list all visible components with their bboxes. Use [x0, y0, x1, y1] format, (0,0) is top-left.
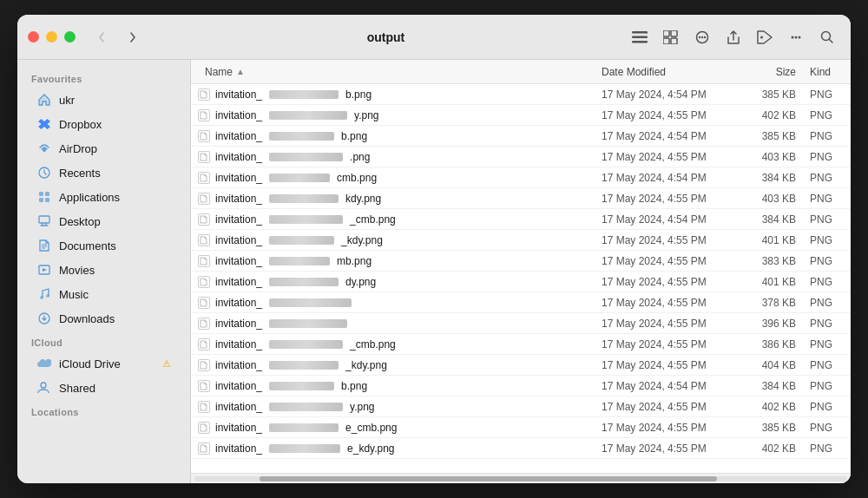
sidebar-item-recents[interactable]: Recents — [23, 161, 185, 185]
share-button[interactable] — [720, 25, 746, 49]
file-icon — [198, 88, 210, 101]
file-row-size: 401 KB — [733, 234, 803, 246]
file-row-modified: 17 May 2024, 4:55 PM — [595, 151, 733, 163]
file-icon — [198, 442, 210, 455]
file-row-modified: 17 May 2024, 4:55 PM — [595, 442, 733, 455]
back-button[interactable] — [89, 25, 114, 49]
shared-icon — [36, 380, 52, 396]
sidebar-item-downloads[interactable]: Downloads — [23, 306, 185, 331]
warning-icon: ⚠ — [162, 358, 171, 370]
table-row[interactable]: invitation_ dy.png 17 May 2024, 4:55 PM … — [191, 272, 851, 292]
table-row[interactable]: invitation_ _kdy.png 17 May 2024, 4:55 P… — [191, 355, 851, 376]
file-icon — [198, 130, 210, 142]
file-icon — [198, 151, 210, 163]
more-button[interactable] — [783, 25, 809, 49]
table-row[interactable]: invitation_ _cmb.png 17 May 2024, 4:55 P… — [191, 334, 851, 355]
file-name-blurred — [269, 257, 330, 265]
file-name-prefix: invitation_ — [215, 172, 262, 184]
file-name-blurred — [269, 340, 343, 349]
sidebar-item-shared[interactable]: Shared — [23, 376, 185, 400]
action-button[interactable] — [689, 25, 715, 49]
table-row[interactable]: invitation_ _cmb.png 17 May 2024, 4:54 P… — [191, 209, 851, 230]
file-row-modified: 17 May 2024, 4:55 PM — [595, 318, 733, 330]
file-row-name: invitation_ _kdy.png — [191, 359, 595, 371]
sidebar-item-icloud-drive[interactable]: iCloud Drive ⚠ — [23, 351, 185, 376]
file-name-blurred — [269, 361, 339, 370]
table-row[interactable]: invitation_ 17 May 2024, 4:55 PM 378 KB … — [191, 292, 851, 313]
file-name-blurred — [269, 132, 334, 141]
table-row[interactable]: invitation_ b.png 17 May 2024, 4:54 PM 3… — [191, 126, 851, 147]
table-row[interactable]: invitation_ kdy.png 17 May 2024, 4:55 PM… — [191, 188, 851, 209]
maximize-button[interactable] — [64, 31, 76, 43]
file-row-size: 402 KB — [733, 442, 803, 455]
table-row[interactable]: invitation_ e_kdy.png 17 May 2024, 4:55 … — [191, 438, 851, 459]
file-name-suffix: b.png — [345, 88, 372, 101]
sidebar-item-movies[interactable]: Movies — [23, 258, 185, 282]
search-button[interactable] — [814, 25, 840, 49]
window-title: output — [152, 30, 620, 44]
sidebar-item-music[interactable]: Music — [23, 282, 185, 306]
scrollbar-thumb[interactable] — [260, 476, 716, 482]
file-row-size: 383 KB — [733, 255, 803, 267]
view-grid-button[interactable] — [658, 25, 684, 49]
file-row-size: 403 KB — [733, 193, 803, 205]
file-row-modified: 17 May 2024, 4:54 PM — [595, 130, 733, 142]
sidebar-item-airdrop[interactable]: AirDrop — [23, 136, 185, 161]
table-row[interactable]: invitation_ _kdy.png 17 May 2024, 4:55 P… — [191, 230, 851, 251]
svg-point-24 — [40, 296, 43, 299]
sidebar-item-documents[interactable]: Documents — [23, 233, 185, 258]
file-row-name: invitation_ e_kdy.png — [191, 442, 595, 455]
sidebar-item-dropbox[interactable]: Dropbox — [23, 112, 185, 136]
file-row-modified: 17 May 2024, 4:54 PM — [595, 380, 733, 392]
sidebar-item-label: Dropbox — [59, 118, 102, 131]
table-row[interactable]: invitation_ b.png 17 May 2024, 4:54 PM 3… — [191, 84, 851, 105]
file-row-name: invitation_ mb.png — [191, 255, 595, 267]
table-row[interactable]: invitation_ y.png 17 May 2024, 4:55 PM 4… — [191, 105, 851, 126]
file-name-suffix: y.png — [354, 109, 378, 121]
file-row-kind: PNG — [803, 151, 851, 163]
tag-button[interactable] — [752, 25, 778, 49]
sidebar-item-applications[interactable]: Applications — [23, 185, 185, 209]
favourites-label: Favourites — [17, 67, 190, 88]
table-row[interactable]: invitation_ cmb.png 17 May 2024, 4:54 PM… — [191, 167, 851, 188]
close-button[interactable] — [28, 31, 39, 43]
file-row-size: 396 KB — [733, 318, 803, 330]
main-content: Favourites ukr Dropbox — [17, 60, 851, 483]
file-list: invitation_ b.png 17 May 2024, 4:54 PM 3… — [191, 84, 851, 473]
file-name-suffix: _kdy.png — [341, 234, 383, 246]
col-size-header[interactable]: Size — [733, 66, 803, 78]
finder-window: output — [17, 15, 851, 483]
svg-point-13 — [795, 36, 798, 38]
table-row[interactable]: invitation_ y.png 17 May 2024, 4:55 PM 4… — [191, 396, 851, 417]
file-row-size: 385 KB — [733, 130, 803, 142]
col-name-header[interactable]: Name ▲ — [191, 66, 595, 78]
svg-rect-21 — [45, 198, 49, 202]
col-kind-header[interactable]: Kind — [803, 66, 851, 78]
file-name-prefix: invitation_ — [215, 109, 262, 121]
file-row-name: invitation_ e_cmb.png — [191, 422, 595, 434]
horizontal-scrollbar[interactable] — [191, 473, 851, 483]
file-name-prefix: invitation_ — [215, 442, 262, 455]
dropbox-icon — [36, 116, 52, 132]
table-row[interactable]: invitation_ b.png 17 May 2024, 4:54 PM 3… — [191, 376, 851, 396]
view-list-button[interactable] — [627, 25, 653, 49]
file-name-blurred — [269, 403, 343, 411]
icloud-icon — [36, 356, 52, 371]
table-row[interactable]: invitation_ 17 May 2024, 4:55 PM 396 KB … — [191, 313, 851, 334]
minimize-button[interactable] — [46, 31, 57, 43]
sidebar-item-desktop[interactable]: Desktop — [23, 209, 185, 233]
applications-icon — [36, 189, 52, 205]
file-name-blurred — [269, 111, 347, 120]
svg-rect-5 — [663, 38, 669, 44]
sidebar-item-ukr[interactable]: ukr — [23, 88, 185, 112]
col-modified-header[interactable]: Date Modified — [595, 66, 733, 78]
file-name-blurred — [269, 382, 334, 390]
table-row[interactable]: invitation_ mb.png 17 May 2024, 4:55 PM … — [191, 251, 851, 272]
forward-button[interactable] — [121, 25, 145, 49]
file-row-size: 384 KB — [733, 172, 803, 184]
table-row[interactable]: invitation_ .png 17 May 2024, 4:55 PM 40… — [191, 147, 851, 167]
table-row[interactable]: invitation_ e_cmb.png 17 May 2024, 4:55 … — [191, 417, 851, 438]
file-name-blurred — [269, 215, 343, 224]
file-row-name: invitation_ kdy.png — [191, 193, 595, 205]
file-row-name: invitation_ b.png — [191, 88, 595, 101]
